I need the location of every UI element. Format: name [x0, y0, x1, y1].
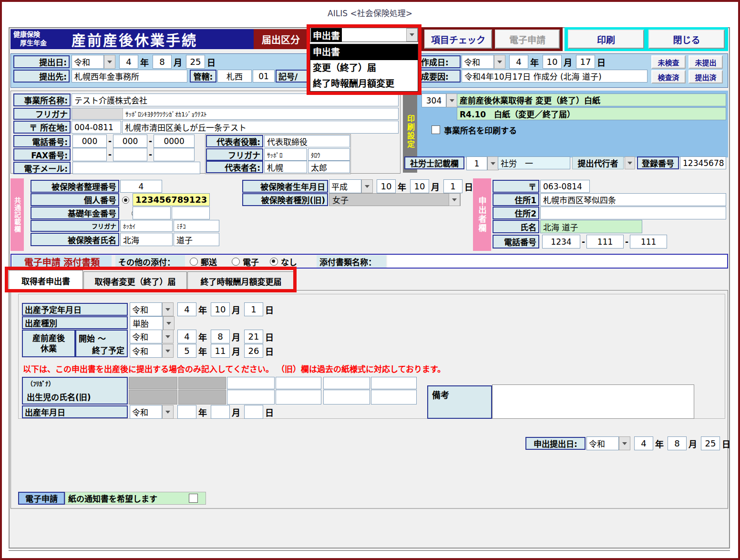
insured-type-dropdown[interactable]: 女子	[329, 193, 461, 206]
office-tel-1[interactable]: 000	[72, 135, 107, 148]
applicant-addr2-field[interactable]	[540, 207, 726, 219]
month-field[interactable]: 8	[153, 55, 172, 69]
checked-button[interactable]: 検査済	[651, 70, 686, 83]
attach-option-electronic[interactable]: 電子	[232, 255, 259, 268]
basic-pension-field-1[interactable]	[133, 207, 171, 219]
chevron-down-icon[interactable]	[625, 156, 635, 169]
electronic-radio[interactable]	[232, 258, 240, 266]
office-fax-2[interactable]	[113, 148, 147, 161]
submitted-button[interactable]: 提出済	[689, 70, 723, 83]
print-button[interactable]: 印刷	[568, 30, 644, 49]
year-field[interactable]: 5	[177, 344, 196, 358]
chevron-down-icon[interactable]	[446, 93, 458, 107]
month-field[interactable]: 10	[543, 55, 562, 69]
unsubmitted-button[interactable]: 未提出	[689, 55, 723, 69]
month-field[interactable]: 11	[211, 344, 230, 358]
year-field[interactable]: 10	[377, 179, 396, 193]
kankatsu-field-1[interactable]: 札西	[217, 70, 252, 83]
close-button[interactable]: 閉じる	[648, 30, 725, 49]
year-field[interactable]: 4	[634, 436, 653, 450]
office-fax-3[interactable]	[154, 148, 195, 161]
basic-pension-field-2[interactable]	[172, 207, 210, 219]
office-zip-field[interactable]: 004-0811	[72, 121, 121, 134]
child-kana-field-3[interactable]	[323, 377, 370, 389]
print-office-name-checkbox[interactable]	[432, 125, 440, 134]
attachment-name-field[interactable]	[387, 255, 727, 268]
era-select[interactable]: 令和	[462, 55, 494, 69]
era-select[interactable]: 令和	[130, 405, 162, 419]
chevron-down-icon[interactable]	[162, 302, 174, 316]
month-field[interactable]: 8	[668, 436, 687, 450]
chevron-down-icon[interactable]	[162, 344, 174, 358]
teishutsusaki-field[interactable]: 札幌西年金事務所	[72, 70, 187, 83]
office-tel-2[interactable]: 000	[113, 135, 147, 148]
office-tel-3[interactable]: 0000	[154, 135, 195, 148]
insured-number-field[interactable]: 4	[120, 180, 162, 193]
era-select[interactable]: 令和	[130, 330, 162, 343]
year-field[interactable]: 4	[177, 330, 196, 343]
remarks-textarea[interactable]	[492, 384, 694, 419]
birth-type-combo[interactable]: 単胎	[130, 316, 175, 329]
chevron-down-icon[interactable]	[449, 193, 460, 206]
chevron-down-icon[interactable]	[619, 436, 630, 450]
day-field[interactable]: 1	[244, 302, 263, 316]
applicant-name-field[interactable]: 北海 道子	[540, 220, 642, 233]
era-select[interactable]: 令和	[130, 344, 162, 358]
insured-kana-mei-field[interactable]: ﾐﾁｺ	[174, 220, 219, 232]
office-address-field[interactable]: 札幌市清田区美しが丘一条テスト	[122, 121, 399, 134]
child-name-field-1[interactable]	[227, 390, 275, 404]
personal-number-radio[interactable]	[122, 197, 129, 204]
mail-radio[interactable]	[190, 258, 198, 266]
year-field[interactable]	[177, 405, 196, 419]
sr-number-combo[interactable]: 1	[466, 156, 499, 169]
none-radio[interactable]	[270, 258, 278, 266]
chevron-down-icon[interactable]	[163, 316, 175, 330]
era-select[interactable]: 平成	[329, 179, 361, 193]
applicant-zip-field[interactable]: 063-0814	[540, 180, 590, 193]
attach-option-mail[interactable]: 郵送	[190, 255, 217, 268]
office-fax-1[interactable]	[72, 148, 107, 161]
month-field[interactable]: 10	[410, 179, 429, 193]
rep-kana-mei-field[interactable]: ﾀﾛｳ	[308, 148, 350, 161]
day-field[interactable]: 25	[186, 55, 205, 69]
sakuseiyoin-field[interactable]: 令和4年10月17日 作成分 (北海 道子)	[462, 70, 648, 83]
child-name-field-4[interactable]	[371, 390, 417, 404]
year-field[interactable]: 4	[509, 55, 528, 69]
rep-mei-field[interactable]: 太郎	[308, 161, 350, 173]
applicant-tel-2[interactable]: 111	[586, 235, 624, 249]
chevron-down-icon[interactable]	[361, 179, 373, 193]
chevron-down-icon[interactable]	[494, 55, 505, 69]
era-select[interactable]: 令和	[130, 302, 162, 316]
chevron-down-icon[interactable]	[162, 405, 174, 419]
chevron-down-icon[interactable]	[162, 330, 174, 343]
child-kana-field-1[interactable]	[227, 377, 275, 389]
sr-reg-field[interactable]: 12345678	[680, 156, 726, 169]
day-field[interactable]: 21	[244, 330, 263, 343]
sr-name-field[interactable]: 社労 一	[498, 156, 570, 169]
applicant-addr1-field[interactable]: 札幌市西区琴似四条	[540, 193, 726, 206]
item-check-button[interactable]: 項目チェック	[424, 30, 492, 49]
month-field[interactable]	[211, 405, 230, 419]
office-mail-field[interactable]	[72, 162, 200, 174]
kankatsu-field-2[interactable]: 01	[253, 70, 275, 83]
personal-number-field[interactable]: 123456789123	[133, 193, 210, 206]
insured-mei-field[interactable]: 道子	[174, 233, 219, 246]
era-select[interactable]: 令和	[72, 55, 104, 69]
applicant-tel-3[interactable]: 111	[630, 235, 667, 249]
day-field[interactable]: 26	[244, 344, 263, 358]
day-field[interactable]: 25	[701, 436, 720, 450]
month-field[interactable]: 10	[211, 302, 230, 316]
day-field[interactable]: 1	[443, 179, 462, 193]
unchecked-button[interactable]: 未検査	[651, 55, 686, 69]
rep-title-field[interactable]: 代表取締役	[264, 135, 350, 147]
e-apply-button[interactable]: 電子申請	[495, 30, 560, 49]
rep-kana-sei-field[interactable]: ｻｯﾎﾟﾛ	[264, 148, 307, 161]
office-kana-field[interactable]: ｻｯﾎﾟﾛｼｷﾖﾀｸｳﾂｸｼｶﾞｵｶ1ｼﾞｮｳﾃｽﾄ	[72, 108, 399, 120]
year-field[interactable]: 4	[177, 302, 196, 316]
chevron-down-icon[interactable]	[487, 156, 499, 170]
insured-sei-field[interactable]: 北海	[120, 233, 173, 246]
era-select[interactable]: 令和	[586, 436, 619, 450]
applicant-tel-1[interactable]: 1234	[542, 235, 580, 249]
child-kana-field-2[interactable]	[276, 377, 321, 389]
child-name-field-2[interactable]	[276, 390, 321, 404]
